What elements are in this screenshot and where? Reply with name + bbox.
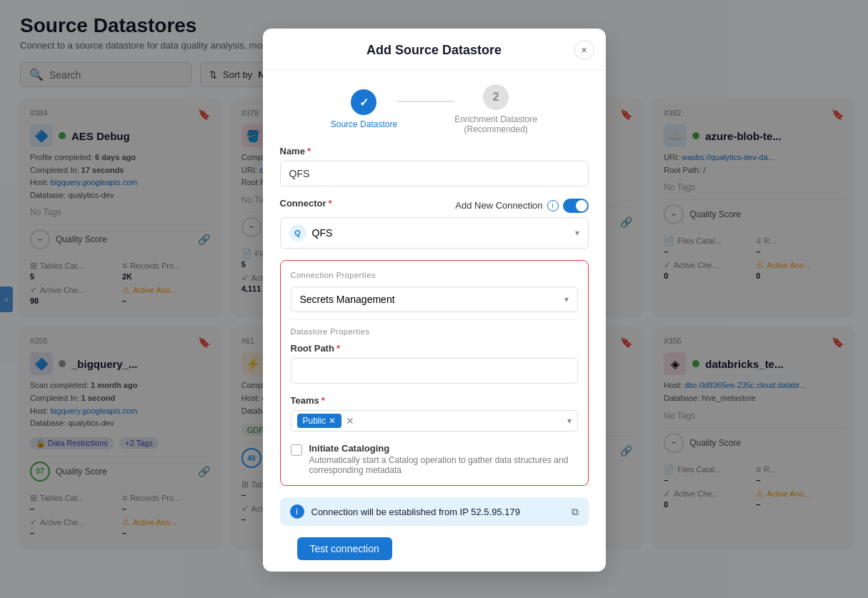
teams-chevron-icon[interactable]: ▾ [567, 416, 572, 426]
add-new-connection-label: Add New Connection [455, 200, 542, 211]
qfs-logo: Q [289, 224, 306, 241]
step-connector [397, 101, 454, 102]
initiate-cataloging-desc: Automatically start a Catalog operation … [309, 455, 578, 475]
connector-value: QFS [312, 227, 333, 239]
connector-select[interactable]: Q QFS ▾ [280, 217, 589, 249]
team-tag-label: Public [303, 416, 326, 426]
datastore-properties-section: Datastore Properties Root Path * [291, 327, 578, 475]
name-input[interactable] [280, 161, 589, 186]
teams-input-field[interactable] [359, 415, 562, 427]
connection-info-banner: i Connection will be established from IP… [280, 497, 589, 526]
stepper: ✓ Source Datastore 2 Enrichment Datastor… [263, 70, 606, 146]
add-connection-row: Add New Connection i [455, 199, 588, 213]
teams-x-icon[interactable]: ✕ [346, 415, 354, 427]
connection-info-text: Connection will be established from IP 5… [311, 507, 564, 517]
name-form-group: Name * [280, 146, 589, 186]
teams-input-row[interactable]: Public ✕ ✕ ▾ [291, 410, 578, 432]
root-path-form-group: Root Path * [291, 343, 578, 384]
step-2-enrichment-datastore: 2 Enrichment Datastore(Recommended) [454, 84, 537, 134]
connector-form-group: Connector * Add New Connection i Q QFS [280, 198, 589, 249]
page-container: ‹ Source Datastores Connect to a source … [0, 0, 868, 598]
info-icon: i [290, 504, 304, 519]
required-star: * [336, 343, 340, 354]
initiate-cataloging-text: Initiate Cataloging Automatically start … [309, 443, 578, 475]
connection-props-label: Connection Properties [291, 271, 578, 279]
step-1-circle: ✓ [351, 89, 376, 115]
copy-icon[interactable]: ⧉ [572, 506, 579, 518]
connector-select-inner: Q QFS [289, 224, 333, 241]
chevron-down-icon: ▾ [564, 294, 569, 304]
initiate-cataloging-title: Initiate Cataloging [309, 443, 578, 454]
connector-label-row: Connector * Add New Connection i [280, 198, 589, 213]
modal-title: Add Source Datastore [366, 43, 502, 58]
secrets-management-select[interactable]: Secrets Management ▾ [291, 286, 578, 312]
required-star: * [307, 146, 311, 156]
root-path-input[interactable] [291, 358, 578, 384]
team-tag-remove-button[interactable]: ✕ [329, 416, 336, 426]
modal-body: Name * Connector * Add New Connection [263, 146, 606, 572]
modal-close-button[interactable]: × [574, 40, 594, 60]
step-1-label: Source Datastore [331, 119, 397, 129]
step-1-source-datastore: ✓ Source Datastore [331, 89, 397, 129]
step-2-label: Enrichment Datastore(Recommended) [454, 114, 537, 134]
teams-label: Teams * [291, 395, 578, 406]
connection-properties-box: Connection Properties Secrets Management… [280, 260, 589, 486]
secrets-management-label: Secrets Management [300, 294, 395, 305]
initiate-cataloging-checkbox[interactable] [291, 444, 302, 456]
add-source-datastore-modal: Add Source Datastore × ✓ Source Datastor… [263, 29, 606, 572]
root-path-label: Root Path * [291, 343, 578, 354]
name-label: Name * [280, 146, 589, 156]
datastore-props-label: Datastore Properties [291, 327, 578, 336]
modal-overlay: Add Source Datastore × ✓ Source Datastor… [0, 0, 868, 598]
info-icon[interactable]: i [547, 200, 559, 211]
connector-label: Connector * [280, 198, 332, 209]
required-star: * [321, 395, 325, 406]
required-star: * [329, 198, 332, 209]
chevron-down-icon: ▾ [575, 228, 579, 238]
test-connection-button[interactable]: Test connection [297, 537, 392, 560]
close-icon: × [581, 44, 587, 56]
step-2-circle: 2 [483, 84, 509, 110]
teams-form-group: Teams * Public ✕ ✕ ▾ [291, 395, 578, 432]
add-connection-toggle[interactable] [563, 199, 589, 213]
modal-header: Add Source Datastore × [263, 29, 606, 70]
initiate-cataloging-row: Initiate Cataloging Automatically start … [291, 443, 578, 475]
divider [291, 319, 578, 320]
team-tag-public: Public ✕ [297, 414, 342, 428]
